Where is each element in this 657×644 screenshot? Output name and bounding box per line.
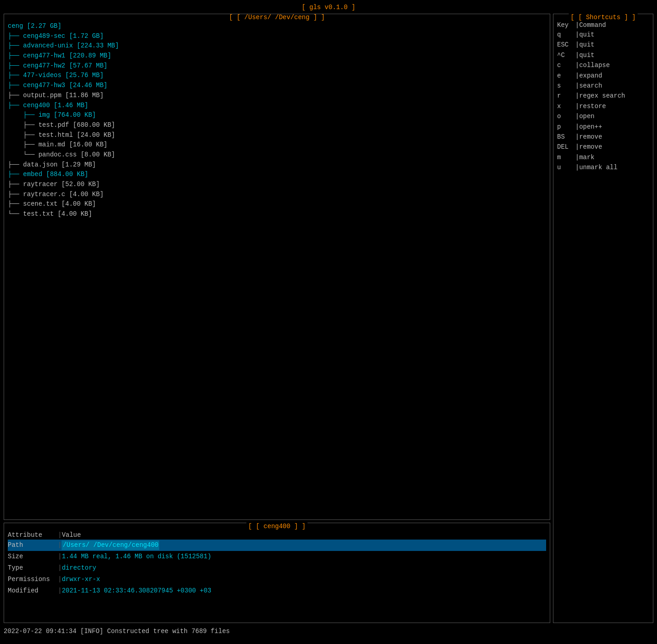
info-row: Type|directory <box>8 562 546 574</box>
info-row: Modified|2021-11-13 02:33:46.308207945 +… <box>8 585 546 597</box>
shortcut-row: o|open <box>557 111 649 121</box>
tree-item[interactable]: ├── scene.txt [4.00 KB] <box>8 199 546 209</box>
tree-item[interactable]: ├── test.pdf [680.00 KB] <box>8 120 546 130</box>
shortcut-row: u|unmark all <box>557 162 649 172</box>
tree-item[interactable]: └── test.txt [4.00 KB] <box>8 209 546 219</box>
tree-item[interactable]: ├── ceng489-sec [1.72 GB] <box>8 31 546 42</box>
tree-item[interactable]: ├── ceng477-hw1 [220.89 MB] <box>8 51 546 61</box>
shortcuts-header: Key | Command <box>557 21 649 29</box>
tree-item[interactable]: ├── embed [884.00 KB] <box>8 170 546 180</box>
shortcut-row: ESC|quit <box>557 40 649 50</box>
tree-item[interactable]: ├── img [764.00 KB] <box>8 110 546 120</box>
tree-item[interactable]: ├── data.json [1.29 MB] <box>8 160 546 170</box>
tree-item[interactable]: ceng [2.27 GB] <box>8 21 546 31</box>
file-tree-content[interactable]: ceng [2.27 GB]├── ceng489-sec [1.72 GB]├… <box>4 14 550 519</box>
tree-item[interactable]: ├── test.html [24.00 KB] <box>8 130 546 140</box>
tree-item[interactable]: ├── ceng477-hw2 [57.67 MB] <box>8 61 546 71</box>
attr-header: Attribute <box>8 531 58 539</box>
status-bar: 2022-07-22 09:41:34 [INFO] Constructed t… <box>4 626 653 637</box>
shortcut-row: e|expand <box>557 71 649 81</box>
shortcut-row: DEL|remove <box>557 142 649 152</box>
info-row: Size|1.44 MB real, 1.46 MB on disk (1512… <box>8 551 546 562</box>
shortcut-row: p|open++ <box>557 122 649 132</box>
shortcuts-title: [ [ Shortcuts ] ] <box>569 14 638 21</box>
tree-item[interactable]: ├── ceng477-hw3 [24.46 MB] <box>8 81 546 91</box>
tree-item[interactable]: ├── main.md [16.00 KB] <box>8 140 546 150</box>
tree-item[interactable]: ├── output.ppm [11.86 MB] <box>8 91 546 101</box>
val-header: Value <box>62 531 546 539</box>
shortcut-row: x|restore <box>557 101 649 111</box>
shortcut-row: m|mark <box>557 152 649 162</box>
file-tree-panel: [ [ /Users/ /Dev/ceng ] ] ceng [2.27 GB]… <box>4 14 550 520</box>
info-header: Attribute | Value <box>8 530 546 540</box>
info-row: Permissions|drwxr-xr-x <box>8 574 546 585</box>
tree-item[interactable]: ├── raytracer [52.00 KB] <box>8 180 546 190</box>
info-row: Path|/Users/ /Dev/ceng/ceng400 <box>8 540 546 551</box>
shortcut-row: c|collapse <box>557 60 649 70</box>
shortcuts-panel: [ [ Shortcuts ] ] Key | Command q|quitES… <box>553 14 653 623</box>
shortcut-row: s|search <box>557 81 649 91</box>
tree-item[interactable]: └── pandoc.css [8.00 KB] <box>8 150 546 160</box>
tree-item[interactable]: ├── 477-videos [25.76 MB] <box>8 71 546 81</box>
info-table: Attribute | Value Path|/Users/ /Dev/ceng… <box>4 523 550 600</box>
info-panel: [ [ ceng400 ] ] Attribute | Value Path|/… <box>4 523 550 623</box>
shortcuts-content: Key | Command q|quitESC|quit^C|quitc|col… <box>553 14 653 176</box>
shortcut-row: BS|remove <box>557 132 649 142</box>
shortcut-row: r|regex search <box>557 91 649 101</box>
tree-item[interactable]: ├── raytracer.c [4.00 KB] <box>8 190 546 200</box>
shortcut-row: ^C|quit <box>557 50 649 60</box>
tree-item[interactable]: ├── ceng400 [1.46 MB] <box>8 101 546 111</box>
app-title: [ gls v0.1.0 ] <box>4 4 653 11</box>
tree-item[interactable]: ├── advanced-unix [224.33 MB] <box>8 41 546 51</box>
info-panel-title: [ [ ceng400 ] ] <box>246 523 308 530</box>
file-tree-title: [ [ /Users/ /Dev/ceng ] ] <box>227 14 327 21</box>
shortcut-row: q|quit <box>557 30 649 40</box>
